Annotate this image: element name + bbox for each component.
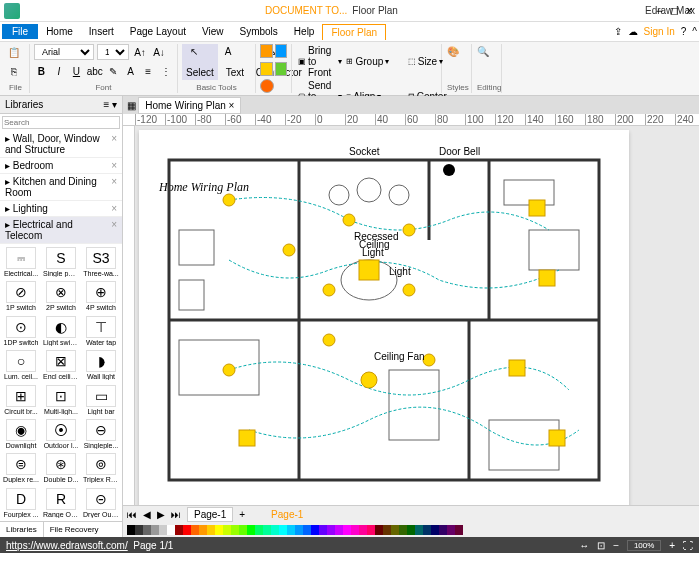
zoom-out-icon[interactable]: − [613, 540, 619, 551]
shape-item[interactable]: SSingle pol... [43, 247, 79, 277]
shape-item[interactable]: ◐Light switch [43, 316, 79, 346]
color-swatch[interactable] [255, 525, 263, 535]
lib-category[interactable]: ▸ Lighting× [0, 201, 122, 217]
color-swatch[interactable] [447, 525, 455, 535]
lib-category[interactable]: ▸ Bedroom× [0, 158, 122, 174]
close-doc-icon[interactable]: × [229, 100, 235, 111]
color-swatch[interactable] [223, 525, 231, 535]
minimize-button[interactable]: − [656, 4, 663, 18]
color-swatch[interactable] [247, 525, 255, 535]
fill-yellow[interactable] [260, 62, 273, 76]
color-swatch[interactable] [127, 525, 135, 535]
page-tab[interactable]: Page-1 [187, 507, 233, 522]
align-icon[interactable]: ≡ [141, 63, 156, 79]
tab-symbols[interactable]: Symbols [232, 24, 286, 39]
shape-item[interactable]: ▭Light bar [83, 385, 119, 415]
color-swatch[interactable] [183, 525, 191, 535]
fill-green[interactable] [275, 62, 288, 76]
shape-item[interactable]: ⊘1P switch [3, 281, 39, 311]
color-swatch[interactable] [287, 525, 295, 535]
color-swatch[interactable] [423, 525, 431, 535]
color-swatch[interactable] [263, 525, 271, 535]
color-swatch[interactable] [439, 525, 447, 535]
shape-item[interactable]: ⊡Multi-ligh... [43, 385, 79, 415]
color-swatch[interactable] [167, 525, 175, 535]
library-search-input[interactable] [2, 116, 120, 129]
shape-item[interactable]: RRange Ou... [43, 488, 79, 518]
color-swatch[interactable] [343, 525, 351, 535]
zoom-input[interactable] [627, 540, 661, 551]
tab-floor-plan[interactable]: Floor Plan [322, 24, 386, 40]
color-swatch[interactable] [239, 525, 247, 535]
bring-front[interactable]: ▣ Bring to Front ▾ [296, 44, 344, 79]
color-swatch[interactable] [399, 525, 407, 535]
color-swatch[interactable] [279, 525, 287, 535]
close-button[interactable]: × [686, 4, 693, 18]
color-swatch[interactable] [391, 525, 399, 535]
color-swatch[interactable] [335, 525, 343, 535]
highlight-icon[interactable]: ✎ [106, 63, 121, 79]
page-next-icon[interactable]: ▶ [157, 509, 165, 520]
collapse-ribbon-icon[interactable]: ^ [692, 26, 697, 37]
color-palette[interactable] [123, 523, 699, 537]
copy-icon[interactable]: ⎘ [6, 63, 22, 79]
color-swatch[interactable] [191, 525, 199, 535]
cloud-icon[interactable]: ☁ [628, 26, 638, 37]
color-swatch[interactable] [207, 525, 215, 535]
page-last-icon[interactable]: ⏭ [171, 509, 181, 520]
page-first-icon[interactable]: ⏮ [127, 509, 137, 520]
italic-icon[interactable]: I [52, 63, 67, 79]
shape-item[interactable]: ◗Wall light [83, 350, 119, 380]
close-cat-icon[interactable]: × [111, 219, 117, 241]
color-swatch[interactable] [215, 525, 223, 535]
shape-item[interactable]: ⊛Double D... [43, 453, 79, 483]
floor-plan-drawing[interactable]: Socket Door Bell RecessedCeilingLight Li… [149, 140, 619, 500]
shape-item[interactable]: ⊜Duplex re... [3, 453, 39, 483]
color-swatch[interactable] [359, 525, 367, 535]
shape-item[interactable]: ⊚Triplex Re... [83, 453, 119, 483]
tab-insert[interactable]: Insert [81, 24, 122, 39]
lib-category[interactable]: ▸ Wall, Door, Window and Structure× [0, 131, 122, 158]
fit-page-icon[interactable]: ⊡ [597, 540, 605, 551]
color-swatch[interactable] [199, 525, 207, 535]
shape-item[interactable]: ◉Downlight [3, 419, 39, 449]
tab-menu-icon[interactable]: ▦ [127, 100, 136, 111]
color-swatch[interactable] [319, 525, 327, 535]
group-btn[interactable]: ⊞ Group ▾ [344, 44, 405, 79]
fullscreen-icon[interactable]: ⛶ [683, 540, 693, 551]
shape-item[interactable]: ⦿Outdoor l... [43, 419, 79, 449]
zoom-in-icon[interactable]: + [669, 540, 675, 551]
page-prev-icon[interactable]: ◀ [143, 509, 151, 520]
font-grow-icon[interactable]: A↑ [132, 44, 148, 60]
shape-item[interactable]: S3Three-wa... [83, 247, 119, 277]
shape-item[interactable]: ⊤Water tap [83, 316, 119, 346]
color-swatch[interactable] [143, 525, 151, 535]
font-color-icon[interactable]: A [123, 63, 138, 79]
styles-button[interactable]: 🎨 [446, 44, 467, 69]
shape-item[interactable]: ⊙1DP switch [3, 316, 39, 346]
share-icon[interactable]: ⇪ [614, 26, 622, 37]
shape-item[interactable]: ⊝Dryer Out... [83, 488, 119, 518]
help-icon[interactable]: ? [681, 26, 687, 37]
lib-menu-icon[interactable]: ≡ ▾ [103, 99, 117, 110]
document-tab[interactable]: Home Wiring Plan × [138, 97, 241, 114]
bold-icon[interactable]: B [34, 63, 49, 79]
file-recovery-tab[interactable]: File Recovery [44, 522, 105, 537]
maximize-button[interactable]: □ [671, 4, 678, 18]
shape-item[interactable]: ⊖Singleple... [83, 419, 119, 449]
lib-category[interactable]: ▸ Kitchen and Dining Room× [0, 174, 122, 201]
fill-orange[interactable] [260, 44, 273, 58]
font-size-select[interactable]: 10 [97, 44, 129, 60]
font-shrink-icon[interactable]: A↓ [151, 44, 167, 60]
shape-item[interactable]: ⊕4P switch [83, 281, 119, 311]
tab-help[interactable]: Help [286, 24, 323, 39]
libraries-tab[interactable]: Libraries [0, 522, 44, 537]
color-swatch[interactable] [175, 525, 183, 535]
color-swatch[interactable] [431, 525, 439, 535]
close-cat-icon[interactable]: × [111, 160, 117, 171]
shape-item[interactable]: ⎓Electrical... [3, 247, 39, 277]
canvas[interactable]: Home Wiring Plan [139, 130, 629, 505]
fill-orange2[interactable] [260, 79, 274, 93]
text-tool[interactable]: AText [221, 44, 249, 80]
fit-width-icon[interactable]: ↔ [579, 540, 589, 551]
